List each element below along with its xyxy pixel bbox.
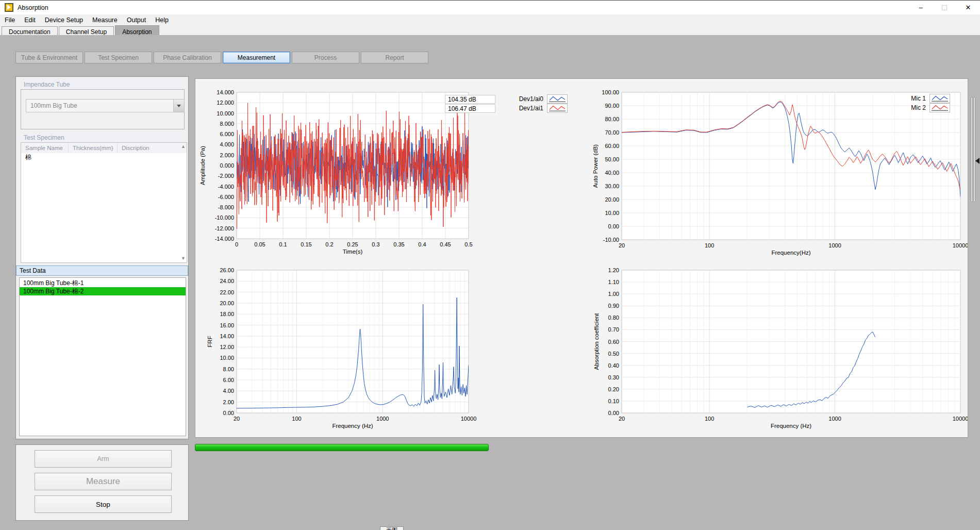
y-tick-label: 0.00 — [608, 223, 619, 229]
plot-style-icon-red — [547, 104, 568, 113]
y-axis-label: FRF — [207, 336, 213, 347]
maximize-button[interactable] — [933, 1, 956, 14]
stop-button[interactable]: Stop — [35, 495, 172, 513]
arm-button[interactable]: Arm — [35, 450, 172, 468]
menu-file[interactable]: File — [0, 16, 20, 24]
x-tick-label: 0.05 — [254, 241, 265, 247]
y-tick-label: 22.00 — [220, 289, 234, 295]
x-tick-label: 10000 — [461, 416, 477, 422]
legend-dev1-ai1[interactable]: Dev1/ai1 — [512, 104, 568, 113]
x-tick-label: 0.4 — [418, 241, 426, 247]
splitter-handle-2[interactable] — [973, 97, 975, 202]
subtab-tube-environment[interactable]: Tube & Environment — [15, 52, 83, 63]
y-tick-label: 100.00 — [602, 89, 619, 95]
y-tick-label: 12.00 — [220, 344, 234, 350]
y-tick-label: 6.00 — [223, 377, 234, 383]
splitter-handle[interactable] — [971, 97, 973, 202]
y-tick-label: 14.000 — [217, 89, 234, 95]
y-tick-label: -2.000 — [218, 173, 234, 179]
y-tick-label: 10.00 — [220, 355, 234, 361]
legend-mic1[interactable]: Mic 1 — [904, 94, 950, 103]
subtab-phase-calibration[interactable]: Phase Calibration — [154, 52, 221, 63]
y-tick-label: 4.000 — [220, 141, 234, 147]
y-tick-label: 0.00 — [608, 410, 619, 416]
y-tick-label: 1.20 — [608, 267, 619, 273]
legend-dev1-ai0[interactable]: Dev1/ai0 — [512, 94, 568, 104]
y-axis-label: Absorption coefficient — [593, 313, 600, 370]
list-item[interactable]: 100mm Big Tube-棉-1 — [20, 279, 186, 287]
y-tick-label: 0.90 — [608, 303, 619, 309]
subtab-process[interactable]: Process — [292, 52, 359, 63]
y-tick-label: 0.20 — [608, 386, 619, 392]
x-tick-label: 100 — [705, 242, 714, 249]
x-axis-label: Frequency (Hz) — [332, 423, 373, 429]
y-tick-label: 20.00 — [220, 300, 234, 306]
x-tick-label: 0.25 — [347, 241, 358, 247]
y-tick-label: 60.00 — [605, 143, 619, 149]
maximize-icon — [942, 5, 947, 10]
x-axis-label: Frequency(Hz) — [771, 250, 810, 256]
y-tick-label: 2.000 — [220, 152, 234, 158]
tube-select-dropdown[interactable]: 100mm Big Tube — [26, 99, 185, 112]
list-item-selected[interactable]: 100mm Big Tube-棉-2 — [20, 287, 186, 295]
x-tick-label: 1000 — [828, 416, 841, 422]
y-tick-label: 50.00 — [605, 156, 619, 162]
cell-sample-name: 棉 — [21, 153, 69, 162]
subtab-report[interactable]: Report — [361, 52, 428, 63]
menu-output[interactable]: Output — [122, 16, 151, 24]
scroll-down-icon[interactable]: ▼ — [181, 256, 186, 261]
menu-measure[interactable]: Measure — [88, 16, 122, 24]
y-tick-label: -10.000 — [215, 214, 234, 221]
control-button-panel: Arm Measure Stop — [15, 444, 189, 521]
y-tick-label: 20.00 — [605, 196, 619, 203]
close-icon: ✕ — [966, 4, 971, 11]
tube-select-value: 100mm Big Tube — [30, 102, 77, 109]
close-button[interactable]: ✕ — [956, 1, 980, 14]
y-tick-label: -4.000 — [218, 184, 234, 190]
y-tick-label: 10.00 — [605, 210, 619, 216]
x-tick-label: 0.3 — [372, 241, 379, 247]
minimize-icon: – — [919, 4, 922, 11]
table-row[interactable]: 棉 — [21, 153, 187, 162]
y-tick-label: -6.000 — [218, 194, 234, 200]
title-bar: Absorption – ✕ — [0, 0, 980, 14]
y-tick-label: 0.50 — [608, 351, 619, 357]
menu-device-setup[interactable]: Device Setup — [40, 16, 88, 24]
scroll-up-icon[interactable]: ▲ — [181, 144, 186, 149]
y-axis-label: Amplitude (Pa) — [200, 146, 206, 185]
subtab-measurement[interactable]: Measurement — [223, 52, 290, 63]
menu-help[interactable]: Help — [151, 16, 173, 24]
dropdown-arrow-icon[interactable] — [173, 100, 184, 112]
y-tick-label: 8.00 — [223, 366, 234, 372]
window-title: Absorption — [18, 4, 48, 11]
x-tick-label: 20 — [234, 416, 240, 422]
x-tick-label: 20 — [619, 242, 625, 249]
col-discription[interactable]: Discription — [118, 143, 187, 153]
subtab-test-specimen[interactable]: Test Specimen — [85, 52, 152, 63]
measure-button[interactable]: Measure — [35, 473, 172, 490]
minimize-button[interactable]: – — [909, 1, 933, 14]
collapse-left-icon[interactable] — [975, 158, 979, 164]
y-tick-label: 16.00 — [220, 322, 234, 328]
level-readout-ai0: 104.35 dB — [445, 95, 495, 104]
y-tick-label: 30.00 — [605, 183, 619, 189]
y-tick-label: 26.00 — [220, 267, 234, 273]
menu-bar: File Edit Device Setup Measure Output He… — [0, 14, 980, 26]
y-tick-label: -10.00 — [603, 237, 619, 243]
menu-edit[interactable]: Edit — [20, 16, 40, 24]
legend-mic2[interactable]: Mic 2 — [904, 103, 950, 112]
measurement-progress-bar — [195, 444, 489, 451]
y-tick-label: 0.30 — [608, 374, 619, 380]
x-tick-label: 100 — [705, 416, 714, 422]
plot-style-icon-blue — [547, 94, 568, 104]
legend-label-mic2: Mic 2 — [904, 104, 926, 111]
col-sample-name[interactable]: Sample Name — [21, 143, 69, 153]
col-thickness[interactable]: Thickness(mm) — [69, 143, 118, 153]
y-tick-label: 2.00 — [223, 399, 234, 405]
y-axis-label: Auto Power (dB) — [592, 144, 599, 188]
y-tick-label: 1.00 — [608, 291, 619, 297]
y-tick-label: -14.000 — [215, 236, 234, 242]
y-tick-label: 4.00 — [223, 388, 234, 394]
x-axis-label: Frequency (Hz) — [771, 423, 811, 429]
hidden-bottom-tab[interactable]: 画图 — [380, 526, 404, 530]
